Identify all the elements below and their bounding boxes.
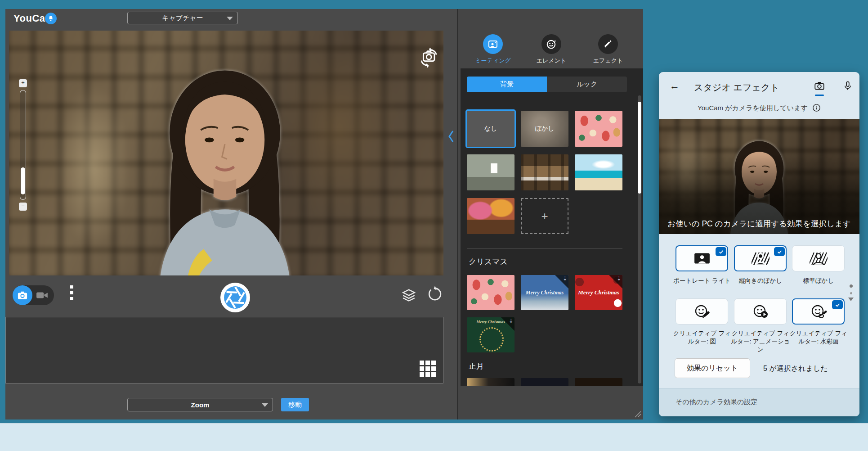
effect-portrait-light[interactable]	[676, 245, 728, 271]
chevron-down-icon	[227, 17, 233, 20]
effect-filter-watercolor[interactable]	[792, 298, 845, 325]
snapshot-button[interactable]	[220, 283, 250, 312]
video-mode-icon[interactable]	[36, 291, 49, 299]
check-badge	[716, 247, 726, 256]
capture-mode-dropdown[interactable]: キャプチャー	[127, 12, 238, 24]
more-camera-settings[interactable]: その他のカメラ効果の設定	[659, 388, 859, 416]
effect-filter-illustrated[interactable]	[676, 298, 728, 325]
xmas-thumb-red[interactable]: Merry Christmas ⇣	[575, 275, 622, 310]
check-badge	[832, 300, 843, 309]
newyear-thumb-3[interactable]	[575, 378, 622, 386]
xmas-thumb-stockings[interactable]	[467, 275, 515, 310]
effect-label: クリエイティブ フィルター: アニメーション	[729, 329, 792, 354]
more-options-menu[interactable]	[70, 283, 73, 303]
zoom-out-button[interactable]: −	[19, 203, 27, 211]
effect-label: クリエイティブ フィルター: 図	[671, 329, 734, 346]
background-thumb-none[interactable]: なし	[467, 111, 515, 147]
backgrounds-list-panel: 背景 ルック なし ぼかし + クリスマス Merry	[461, 68, 643, 386]
camera-tab-indicator	[815, 95, 824, 96]
gallery-grid-icon[interactable]	[420, 361, 436, 377]
tab-effects-label[interactable]: エフェクト	[586, 57, 631, 65]
reset-undo-icon[interactable]	[427, 286, 443, 302]
xmas-thumb-blue[interactable]: Merry Christmas ⇣	[521, 275, 568, 310]
camera-preview: + −	[9, 31, 443, 275]
background-thumb-stockings[interactable]	[575, 111, 622, 147]
capture-mode-value: キャプチャー	[162, 14, 203, 23]
effect-label: クリエイティブ フィルター: 水彩画	[787, 329, 850, 346]
background-thumb-livingroom[interactable]	[467, 154, 515, 190]
portrait-blur-icon	[752, 252, 770, 265]
info-icon[interactable]	[812, 104, 821, 112]
portrait-light-icon	[694, 253, 711, 264]
scroll-down-arrow[interactable]	[848, 298, 854, 301]
studio-title: スタジオ エフェクト	[694, 81, 779, 94]
capture-gallery	[5, 317, 443, 383]
effect-label: 縦向きのぼかし	[729, 277, 792, 285]
layers-effects-icon[interactable]	[401, 287, 416, 302]
divider	[467, 248, 622, 249]
studio-effects-panel: ← スタジオ エフェクト YouCam がカメラを使用しています お使いの PC…	[659, 72, 859, 416]
effect-label: 標準ぼかし	[787, 277, 850, 285]
device-dropdown-value: Zoom	[191, 401, 210, 409]
background-thumb-autumn[interactable]	[467, 198, 515, 234]
newyear-thumb-1[interactable]	[467, 378, 515, 386]
camera-usage-text: YouCam がカメラを使用しています	[659, 104, 859, 113]
section-newyear: 正月	[469, 361, 484, 371]
background-thumb-cafe[interactable]	[521, 154, 568, 190]
background-thumb-beach[interactable]	[575, 154, 622, 190]
resize-grip[interactable]	[632, 409, 641, 418]
effect-label: ポートレート ライト	[671, 277, 734, 285]
chevron-down-icon	[262, 403, 268, 407]
page-dot	[850, 292, 852, 294]
subtab-background[interactable]: 背景	[467, 77, 547, 92]
standard-blur-icon	[810, 252, 828, 265]
effects-side-panel: ミーティング エレメント エフェクト 背景 ルック なし ぼかし	[457, 9, 643, 419]
connect-device-dropdown[interactable]: Zoom	[127, 398, 273, 411]
smiley-play-icon	[752, 304, 770, 319]
effects-caption: お使いの PC のカメラに適用する効果を選択します	[662, 217, 856, 230]
notification-bell-icon[interactable]	[45, 13, 57, 24]
studio-camera-preview: お使いの PC のカメラに適用する効果を選択します	[659, 119, 859, 234]
background-thumb-blur[interactable]: ぼかし	[521, 111, 568, 147]
mic-tab-icon[interactable]	[842, 80, 853, 92]
newyear-thumb-2[interactable]	[521, 378, 568, 386]
taskbar: 検索 ✦ PRE L 2 i	[0, 423, 868, 451]
zoom-in-button[interactable]: +	[19, 79, 27, 87]
tab-elements-icon[interactable]	[541, 34, 561, 54]
effect-standard-blur[interactable]	[792, 245, 845, 271]
selected-count: 5 が選択されました	[763, 364, 828, 374]
effect-filter-animated[interactable]	[734, 298, 787, 325]
switch-camera-icon[interactable]	[415, 48, 443, 68]
effect-portrait-blur[interactable]	[734, 245, 787, 271]
check-badge	[774, 247, 785, 256]
youcam-window: YouCam キャプチャー	[5, 9, 643, 419]
tab-meeting-icon[interactable]	[483, 34, 503, 54]
subtab-look[interactable]: ルック	[547, 77, 627, 92]
zoom-slider-thumb[interactable]	[21, 167, 25, 194]
smiley-pencil-icon	[693, 304, 711, 319]
tab-effects-icon[interactable]	[598, 34, 618, 54]
back-arrow-icon[interactable]: ←	[670, 80, 680, 92]
smiley-brush-icon	[810, 304, 828, 319]
camera-tab-icon[interactable]	[814, 80, 825, 92]
photo-mode-icon[interactable]	[13, 285, 32, 305]
section-christmas: クリスマス	[469, 257, 508, 267]
collapse-panel-arrow[interactable]	[448, 130, 454, 143]
photo-video-toggle[interactable]	[13, 285, 54, 305]
reset-effects-button[interactable]: 効果のリセット	[675, 358, 750, 378]
move-button[interactable]: 移動	[281, 398, 309, 411]
person-cutout	[117, 48, 333, 275]
add-background-button[interactable]: +	[521, 198, 568, 234]
page-dot	[850, 284, 853, 288]
xmas-thumb-wreath[interactable]: Merry Christmas ⇣	[467, 317, 515, 352]
scrollbar-thumb[interactable]	[638, 102, 641, 194]
tab-elements-label[interactable]: エレメント	[529, 57, 574, 65]
tab-meeting-label[interactable]: ミーティング	[470, 57, 515, 65]
